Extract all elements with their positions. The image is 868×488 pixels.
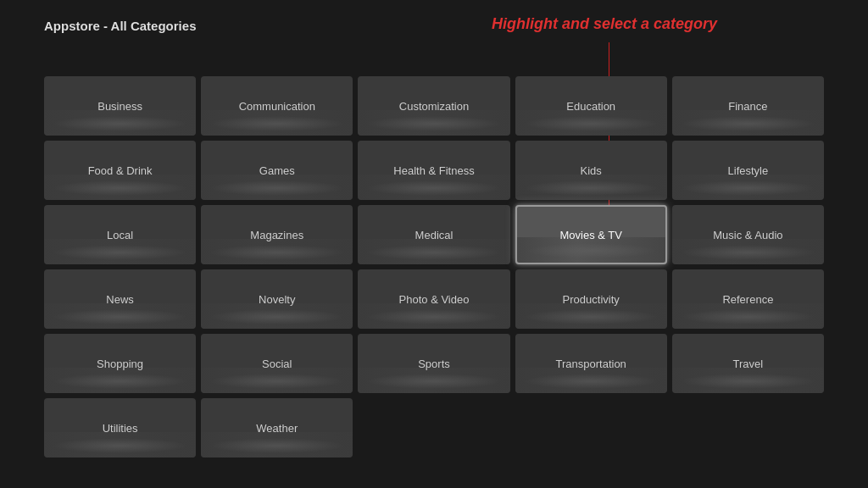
empty-cell [358,398,509,458]
category-cell-games[interactable]: Games [201,141,353,200]
empty-cell [515,398,667,458]
category-cell-weather[interactable]: Weather [201,398,353,458]
category-cell-travel[interactable]: Travel [672,334,824,393]
category-cell-shopping[interactable]: Shopping [44,334,196,393]
category-cell-customization[interactable]: Customization [358,76,509,136]
category-cell-education[interactable]: Education [515,76,667,136]
category-cell-productivity[interactable]: Productivity [515,269,667,329]
empty-cell [672,398,824,458]
category-cell-utilities[interactable]: Utilities [44,398,196,458]
page-title: Appstore - All Categories [44,19,196,33]
category-cell-news[interactable]: News [44,269,196,329]
category-cell-kids[interactable]: Kids [515,141,667,200]
category-cell-local[interactable]: Local [44,205,196,264]
category-cell-sports[interactable]: Sports [358,334,509,393]
category-cell-communication[interactable]: Communication [201,76,353,136]
hint-text: Highlight and select a category [492,15,717,33]
category-cell-transportation[interactable]: Transportation [515,334,667,393]
category-cell-reference[interactable]: Reference [672,269,824,329]
category-cell-business[interactable]: Business [44,76,196,136]
category-cell-medical[interactable]: Medical [358,205,509,264]
category-cell-movies---tv[interactable]: Movies & TV [515,205,667,264]
category-cell-health---fitness[interactable]: Health & Fitness [358,141,509,200]
category-cell-music---audio[interactable]: Music & Audio [672,205,824,264]
category-grid: BusinessCommunicationCustomizationEducat… [44,76,824,458]
category-cell-lifestyle[interactable]: Lifestyle [672,141,824,200]
category-cell-food---drink[interactable]: Food & Drink [44,141,196,200]
category-cell-magazines[interactable]: Magazines [201,205,353,264]
category-cell-finance[interactable]: Finance [672,76,824,136]
category-cell-photo---video[interactable]: Photo & Video [358,269,509,329]
category-cell-novelty[interactable]: Novelty [201,269,353,329]
category-cell-social[interactable]: Social [201,334,353,393]
